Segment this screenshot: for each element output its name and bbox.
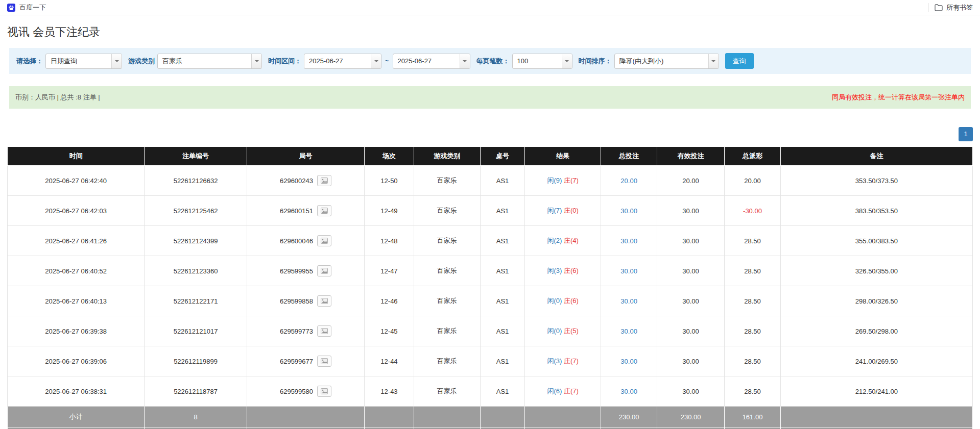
col-header-round: 局号: [247, 147, 365, 166]
round-result-image-button[interactable]: [317, 325, 331, 337]
result-banker: 庄(4): [564, 237, 579, 244]
round-result-image-button[interactable]: [317, 205, 331, 216]
cell-payout: -30.00: [725, 196, 781, 226]
total-bet-link[interactable]: 30.00: [620, 267, 637, 275]
total-bet-link[interactable]: 30.00: [620, 327, 637, 335]
cell-valid-bet: 20.00: [657, 166, 724, 196]
cell-note: 269.50/298.00: [780, 316, 972, 346]
cell-session: 12-46: [365, 286, 414, 316]
total-valid-bet: 230.00: [657, 427, 724, 429]
round-result-image-button[interactable]: [317, 356, 331, 367]
subtotal-count: 8: [145, 407, 247, 427]
cell-result: 闲(2) 庄(4): [525, 226, 601, 256]
date-range-separator: ~: [385, 57, 389, 65]
total-bet-link[interactable]: 30.00: [620, 297, 637, 305]
result-player: 闲(6): [547, 387, 562, 395]
page-1-button[interactable]: 1: [959, 127, 973, 141]
chevron-down-icon[interactable]: [111, 54, 122, 68]
table-row: 2025-06-27 06:41:26 522612124399 6296000…: [8, 226, 973, 256]
cell-note: 326.50/355.00: [780, 256, 972, 286]
page-size-select[interactable]: 100: [512, 54, 572, 69]
chevron-down-icon[interactable]: [708, 54, 719, 68]
total-bet-link[interactable]: 20.00: [620, 177, 637, 185]
table-row: 2025-06-27 06:39:06 522612119899 6295996…: [8, 346, 973, 376]
cell-game-type: 百家乐: [414, 316, 480, 346]
col-header-bet-id: 注单编号: [145, 147, 247, 166]
all-bookmarks-label: 所有书签: [946, 3, 973, 12]
cell-payout: 20.00: [725, 166, 781, 196]
payout-value: 28.50: [744, 237, 761, 245]
round-result-image-button[interactable]: [317, 235, 331, 246]
col-header-game-type: 游戏类别: [414, 147, 480, 166]
cell-total-bet: 30.00: [601, 346, 657, 376]
cell-bet-id: 522612122171: [145, 286, 247, 316]
col-header-result: 结果: [525, 147, 601, 166]
result-player: 闲(3): [547, 357, 562, 365]
cell-game-type: 百家乐: [414, 346, 480, 376]
cell-game-type: 百家乐: [414, 166, 480, 196]
cell-time: 2025-06-27 06:40:13: [8, 286, 145, 316]
table-row: 2025-06-27 06:40:13 522612122171 6295998…: [8, 286, 973, 316]
cell-result: 闲(7) 庄(0): [525, 196, 601, 226]
time-sort-select[interactable]: 降幂(由大到小): [614, 54, 719, 69]
all-bookmarks-button[interactable]: 所有书签: [935, 3, 973, 12]
total-bet-link[interactable]: 30.00: [620, 237, 637, 245]
cell-table-no: AS1: [481, 166, 525, 196]
round-result-image-button[interactable]: [317, 295, 331, 307]
total-bet-link[interactable]: 30.00: [620, 358, 637, 365]
chevron-down-icon[interactable]: [251, 54, 261, 68]
picture-icon: [321, 328, 328, 334]
result-banker: 庄(0): [564, 207, 579, 214]
chevron-down-icon[interactable]: [371, 54, 381, 68]
time-sort-label: 时间排序：: [579, 57, 612, 66]
round-result-image-button[interactable]: [317, 175, 331, 186]
cell-table-no: AS1: [481, 256, 525, 286]
cell-bet-id: 522612125462: [145, 196, 247, 226]
cell-table-no: AS1: [481, 226, 525, 256]
date-range-label: 时间区间：: [268, 57, 301, 66]
picture-icon: [321, 268, 328, 274]
cell-time: 2025-06-27 06:41:26: [8, 226, 145, 256]
baidu-favicon-icon: [7, 4, 15, 12]
chevron-down-icon[interactable]: [460, 54, 470, 68]
cell-result: 闲(9) 庄(7): [525, 166, 601, 196]
table-summary: 小计 8 230.00 230.00 161.00 总计 8 230.00 23…: [8, 407, 973, 429]
search-button[interactable]: 查询: [725, 53, 754, 69]
cell-payout: 28.50: [725, 256, 781, 286]
subtotal-row: 小计 8 230.00 230.00 161.00: [8, 407, 973, 427]
cell-result: 闲(3) 庄(6): [525, 256, 601, 286]
cell-round: 629599955: [247, 256, 365, 286]
col-header-session: 场次: [365, 147, 414, 166]
col-header-table-no: 桌号: [481, 147, 525, 166]
chevron-down-icon[interactable]: [562, 54, 572, 68]
bookmarks-bar: 百度一下 所有书签: [0, 0, 980, 15]
cell-game-type: 百家乐: [414, 376, 480, 407]
result-player: 闲(0): [547, 297, 562, 305]
cell-session: 12-50: [365, 166, 414, 196]
total-count: 8: [145, 427, 247, 429]
round-result-image-button[interactable]: [317, 265, 331, 276]
date-to-select[interactable]: 2025-06-27: [393, 54, 470, 69]
total-label: 总计: [8, 427, 145, 429]
query-type-select[interactable]: 日期查询: [45, 54, 122, 69]
cell-note: 298.00/326.50: [780, 286, 972, 316]
cell-time: 2025-06-27 06:42:03: [8, 196, 145, 226]
page-title: 视讯 会员下注纪录: [0, 24, 980, 40]
total-bet-link[interactable]: 30.00: [620, 388, 637, 395]
subtotal-total-bet: 230.00: [601, 407, 657, 427]
cell-round: 629600046: [247, 226, 365, 256]
cell-payout: 28.50: [725, 346, 781, 376]
result-player: 闲(9): [547, 176, 562, 184]
cell-bet-id: 522612119899: [145, 346, 247, 376]
round-number: 629599580: [280, 388, 313, 395]
total-bet-link[interactable]: 30.00: [620, 207, 637, 215]
time-sort-value: 降幂(由大到小): [615, 54, 708, 68]
info-bar: 币别：人民币 | 总共 :8 注单 | 同局有效投注，统一计算在该局第一张注单内: [9, 86, 971, 109]
game-type-select[interactable]: 百家乐: [157, 54, 262, 69]
round-result-image-button[interactable]: [317, 386, 331, 397]
date-from-select[interactable]: 2025-06-27: [304, 54, 381, 69]
table-row: 2025-06-27 06:40:52 522612123360 6295999…: [8, 256, 973, 286]
cell-bet-id: 522612123360: [145, 256, 247, 286]
bookmark-baidu[interactable]: 百度一下: [7, 3, 46, 12]
cell-session: 12-44: [365, 346, 414, 376]
